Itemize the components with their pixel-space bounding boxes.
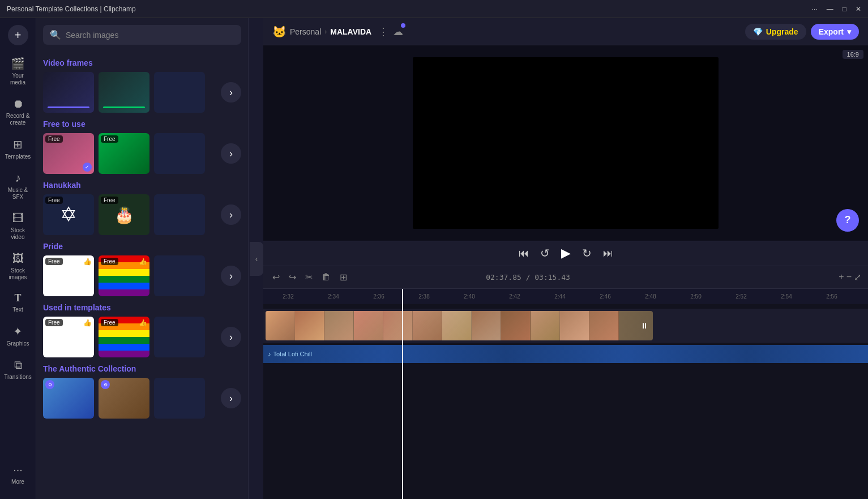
sidebar-item-stock-images[interactable]: 🖼 Stock images	[2, 248, 34, 285]
sidebar-item-text[interactable]: T Text	[2, 288, 34, 318]
audio-track[interactable]: ♪ Total Lofi Chill	[263, 345, 868, 363]
total-time: 03:15	[535, 273, 557, 282]
video-frames-more-btn[interactable]: ›	[221, 82, 241, 103]
cut-btn[interactable]: ✂	[303, 270, 315, 285]
media-thumb-vf3[interactable]	[154, 72, 205, 113]
preview-video	[413, 57, 719, 229]
window-controls[interactable]: ··· — □ ✕	[812, 5, 861, 13]
more-icon: ···	[13, 463, 23, 476]
export-chevron-icon: ▾	[847, 27, 851, 36]
undo-btn[interactable]: ↩	[270, 270, 282, 285]
sidebar-item-media-label: Your media	[5, 72, 32, 86]
stock-video-icon: 🎞	[12, 212, 24, 225]
sidebar-item-more[interactable]: ··· More	[2, 459, 34, 490]
sidebar-item-music[interactable]: ♪ Music & SFX	[2, 167, 34, 205]
sidebar-item-record[interactable]: ⏺ Record & create	[2, 93, 34, 131]
media-thumb-auth1[interactable]: ⚙	[43, 378, 94, 419]
window-more-btn[interactable]: ···	[812, 5, 818, 13]
more-options-btn[interactable]: ⊞	[337, 270, 349, 285]
media-thumb-free1[interactable]: Free ✓	[43, 133, 94, 174]
media-thumb-pride3[interactable]	[154, 255, 205, 296]
video-clip[interactable]: ⏸	[266, 311, 653, 340]
section-title-pride: Pride	[43, 242, 241, 251]
preview-area: 16:9 ?	[263, 45, 868, 241]
media-thumb-auth2[interactable]: ⚙	[99, 378, 149, 419]
auth-badge: ⚙	[101, 380, 110, 389]
media-icon: 🎬	[11, 57, 25, 70]
breadcrumb-arrow: ›	[324, 28, 327, 36]
add-button[interactable]: +	[8, 25, 28, 45]
media-thumb-used2[interactable]: Free 👍	[99, 317, 149, 357]
sidebar-item-stock-video[interactable]: 🎞 Stock video	[2, 207, 34, 245]
video-track[interactable]: ⏸	[263, 309, 868, 343]
playhead-ruler-indicator	[402, 289, 403, 304]
upgrade-button[interactable]: 💎 Upgrade	[745, 24, 806, 40]
zoom-out-btn[interactable]: −	[846, 272, 852, 283]
project-menu-btn[interactable]: ⋮	[378, 25, 388, 38]
video-frame	[413, 311, 442, 340]
media-thumb-used3[interactable]	[154, 317, 205, 357]
window-minimize-btn[interactable]: —	[827, 5, 833, 13]
skip-forward-btn[interactable]: ⏭	[603, 248, 613, 259]
export-button[interactable]: Export ▾	[811, 24, 859, 40]
media-thumb-hanukkah1[interactable]: Free ✡	[43, 194, 94, 235]
window-close-btn[interactable]: ✕	[856, 5, 861, 13]
app-body: + 🎬 Your media ⏺ Record & create ⊞ Templ…	[0, 18, 868, 499]
timeline-toolbar: ↩ ↪ ✂ 🗑 ⊞ 02:37.85 / 03:15.43 + − ⤢	[263, 266, 868, 288]
fast-forward-btn[interactable]: ↻	[582, 246, 592, 260]
expand-timeline-btn[interactable]: ⤢	[854, 272, 861, 283]
media-row-authentic: ⚙ ⚙ ›	[43, 378, 241, 419]
total-time-ms: .43	[557, 273, 570, 282]
media-thumb-free2[interactable]: Free	[99, 133, 149, 174]
playhead-track-line	[402, 304, 403, 500]
sidebar-item-transitions[interactable]: ⧉ Transitions	[2, 354, 34, 385]
media-thumb-auth3[interactable]	[154, 378, 205, 419]
media-thumb-free3[interactable]	[154, 133, 205, 174]
media-thumb-vf1[interactable]	[43, 72, 94, 113]
sidebar-item-graphics[interactable]: ✦ Graphics	[2, 320, 34, 352]
hanukkah-more-btn[interactable]: ›	[221, 204, 241, 225]
media-thumb-used1[interactable]: Free 👍	[43, 317, 94, 357]
media-row-video-frames: ›	[43, 72, 241, 113]
free-to-use-more-btn[interactable]: ›	[221, 143, 241, 164]
search-input[interactable]	[66, 31, 234, 40]
delete-btn[interactable]: 🗑	[319, 270, 333, 284]
help-button[interactable]: ?	[836, 209, 859, 232]
sidebar-item-transitions-label: Transitions	[4, 374, 32, 381]
project-title: MALAVIDA	[330, 27, 371, 36]
sidebar-collapse-btn[interactable]: ‹	[250, 242, 263, 276]
sidebar-item-templates[interactable]: ⊞ Templates	[2, 133, 34, 165]
audio-track-label: ♪ Total Lofi Chill	[268, 351, 312, 357]
sync-btn[interactable]: ☁	[393, 25, 403, 38]
free-badge: Free	[101, 135, 118, 143]
sync-badge	[401, 23, 405, 28]
ruler-mark: 2:46	[583, 293, 628, 300]
video-frame	[472, 311, 501, 340]
scroll-area[interactable]: Video frames › Free to use Free ✓	[36, 52, 248, 499]
editor-area: 🐱 Personal › MALAVIDA ⋮ ☁ 💎 Upgrade Expo…	[263, 18, 868, 499]
sidebar-item-media[interactable]: 🎬 Your media	[2, 52, 34, 91]
used-templates-more-btn[interactable]: ›	[221, 327, 241, 347]
media-thumb-hanukkah2[interactable]: Free 🎂	[99, 194, 149, 235]
media-thumb-pride2[interactable]: Free 👍	[99, 255, 149, 296]
rewind-btn[interactable]: ↺	[540, 246, 550, 260]
pride-more-btn[interactable]: ›	[221, 266, 241, 286]
export-label: Export	[819, 27, 844, 36]
section-title-free-to-use: Free to use	[43, 120, 241, 129]
media-thumb-hanukkah3[interactable]	[154, 194, 205, 235]
search-input-wrap[interactable]: 🔍	[43, 25, 241, 45]
skip-back-btn[interactable]: ⏮	[519, 248, 529, 259]
play-btn[interactable]: ▶	[561, 246, 571, 261]
zoom-in-btn[interactable]: +	[839, 272, 844, 283]
redo-btn[interactable]: ↪	[287, 270, 298, 285]
authentic-more-btn[interactable]: ›	[221, 388, 241, 408]
sidebar-item-stock-video-label: Stock video	[5, 227, 32, 241]
media-thumb-pride1[interactable]: Free 👍	[43, 255, 94, 296]
media-thumb-vf2[interactable]	[99, 72, 149, 113]
auth-badge: ⚙	[45, 380, 54, 389]
media-row-free-to-use: Free ✓ Free ›	[43, 133, 241, 174]
ruler-mark: 2:48	[628, 293, 673, 300]
window-maximize-btn[interactable]: □	[843, 5, 846, 13]
like-icon: 👍	[139, 319, 147, 327]
free-badge: Free	[101, 258, 118, 265]
